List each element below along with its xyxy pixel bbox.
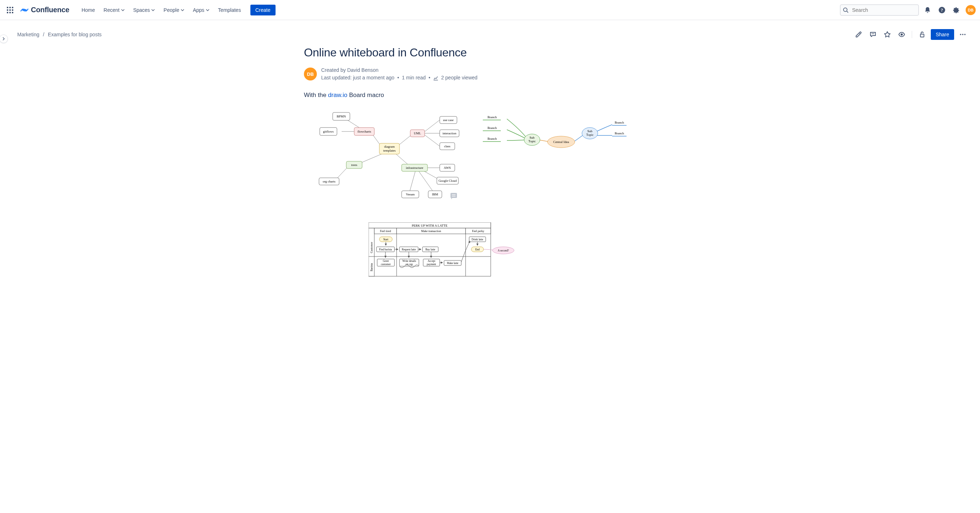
page-body: Online whiteboard in Confluence DB Creat…	[295, 46, 690, 280]
content-area: Marketing / Examples for blog posts Shar…	[0, 20, 980, 294]
svg-line-14	[422, 120, 440, 133]
svg-text:Branch: Branch	[615, 131, 624, 135]
svg-text:Branch: Branch	[487, 126, 497, 130]
nav-spaces[interactable]: Spaces	[130, 5, 159, 15]
svg-line-22	[410, 171, 415, 191]
svg-text:Feel perky: Feel perky	[472, 229, 484, 233]
nav-items: Home Recent Spaces People Apps Templates…	[78, 5, 275, 16]
svg-line-16	[422, 133, 440, 146]
chevron-right-icon	[2, 37, 5, 41]
settings-icon[interactable]	[951, 4, 962, 16]
svg-text:Customer: Customer	[370, 242, 373, 253]
confluence-logo[interactable]: Confluence	[17, 6, 72, 14]
more-actions-icon[interactable]	[957, 29, 969, 40]
svg-text:payment: payment	[427, 263, 436, 266]
svg-text:Branch: Branch	[615, 121, 624, 124]
svg-point-7	[960, 34, 961, 35]
svg-text:Central Idea: Central Idea	[553, 140, 569, 144]
read-time: 1 min read	[402, 74, 426, 81]
svg-text:flowcharts: flowcharts	[358, 130, 371, 133]
svg-text:UML: UML	[414, 131, 421, 135]
breadcrumb-space[interactable]: Marketing	[17, 32, 39, 37]
svg-text:diagram: diagram	[384, 145, 395, 148]
edit-icon[interactable]	[853, 29, 864, 40]
svg-text:?: ?	[941, 7, 943, 13]
svg-point-8	[962, 34, 964, 35]
page-actions: Share	[853, 29, 969, 40]
search-input[interactable]	[840, 4, 919, 16]
svg-text:PERK UP WITH A LATTE: PERK UP WITH A LATTE	[412, 224, 448, 228]
diagram-templates-mindmap: BPMN gitflows flowcharts diagramtemplate…	[304, 107, 462, 208]
intro-prefix: With the	[304, 92, 328, 99]
notifications-icon[interactable]	[922, 4, 933, 16]
nav-templates[interactable]: Templates	[215, 5, 245, 15]
svg-text:Sub: Sub	[587, 129, 593, 133]
svg-line-1	[847, 11, 848, 13]
help-icon[interactable]: ?	[936, 4, 948, 16]
svg-text:templates: templates	[383, 149, 396, 152]
byline: DB Created by David Benson Last updated:…	[304, 67, 682, 81]
byline-meta: Created by David Benson Last updated: ju…	[321, 67, 477, 81]
svg-text:A second?: A second?	[498, 249, 509, 252]
svg-text:Sub: Sub	[530, 136, 535, 139]
svg-text:org charts: org charts	[323, 180, 336, 183]
svg-text:class: class	[444, 144, 450, 148]
views-count: 2 people viewed	[441, 74, 477, 81]
nav-recent[interactable]: Recent	[100, 5, 128, 15]
svg-text:Buy latte: Buy latte	[425, 248, 435, 251]
svg-line-23	[419, 171, 433, 191]
nav-people[interactable]: People	[160, 5, 188, 15]
search-wrap	[840, 4, 919, 16]
svg-point-9	[964, 34, 966, 35]
diagrams-row: BPMN gitflows flowcharts diagramtemplate…	[304, 107, 682, 208]
svg-text:Topic: Topic	[586, 133, 593, 137]
dot-sep: •	[429, 74, 430, 81]
author-name[interactable]: David Benson	[347, 67, 378, 73]
nav-home[interactable]: Home	[78, 5, 99, 15]
dot-sep: •	[397, 74, 399, 81]
last-updated: Last updated: just a moment ago	[321, 74, 395, 81]
nav-apps[interactable]: Apps	[189, 5, 213, 15]
author-avatar[interactable]: DB	[304, 67, 317, 80]
swimlane-diagram: PERK UP WITH A LATTE Customer Barista Fe…	[369, 222, 682, 280]
svg-text:interaction: interaction	[442, 131, 457, 135]
breadcrumb-parent[interactable]: Examples for blog posts	[48, 32, 101, 37]
analytics-icon	[433, 75, 438, 80]
chevron-down-icon	[121, 8, 125, 12]
comment-icon[interactable]	[867, 29, 879, 40]
user-avatar[interactable]: DB	[966, 5, 976, 15]
share-button[interactable]: Share	[931, 29, 954, 40]
search-icon	[843, 7, 848, 13]
intro-suffix: Board macro	[347, 92, 384, 99]
app-switcher-icon[interactable]	[4, 4, 16, 16]
svg-rect-6	[920, 34, 924, 37]
star-icon[interactable]	[881, 29, 893, 40]
svg-point-5	[900, 33, 903, 35]
svg-text:Drink latte: Drink latte	[472, 238, 484, 241]
chevron-down-icon	[181, 8, 184, 12]
svg-text:IBM: IBM	[432, 193, 438, 196]
confluence-wordmark: Confluence	[31, 6, 69, 14]
watch-icon[interactable]	[896, 29, 907, 40]
drawio-link[interactable]: draw.io	[328, 92, 347, 99]
svg-text:customer: customer	[381, 263, 391, 266]
svg-text:on cup: on cup	[406, 263, 413, 266]
svg-text:infrastructure: infrastructure	[406, 166, 423, 170]
svg-text:Google Cloud: Google Cloud	[439, 179, 457, 183]
restrictions-icon[interactable]	[916, 29, 928, 40]
svg-point-0	[843, 8, 847, 11]
svg-text:Branch: Branch	[487, 137, 497, 140]
svg-text:Accept: Accept	[428, 260, 435, 263]
comment-bubble-icon	[450, 193, 457, 199]
top-navigation: Confluence Home Recent Spaces People App…	[0, 0, 980, 20]
confluence-icon	[20, 6, 29, 14]
svg-text:End: End	[475, 248, 480, 251]
create-button[interactable]: Create	[250, 5, 275, 16]
page-title: Online whiteboard in Confluence	[304, 46, 682, 59]
expand-sidebar-handle[interactable]	[0, 35, 8, 43]
breadcrumb-separator: /	[43, 32, 44, 37]
svg-text:Request latte: Request latte	[402, 248, 416, 251]
central-idea-mindmap: SubTopic Central Idea SubTopic Branch Br…	[476, 107, 627, 169]
svg-text:AWS: AWS	[444, 166, 450, 170]
svg-text:BPMN: BPMN	[337, 115, 346, 118]
